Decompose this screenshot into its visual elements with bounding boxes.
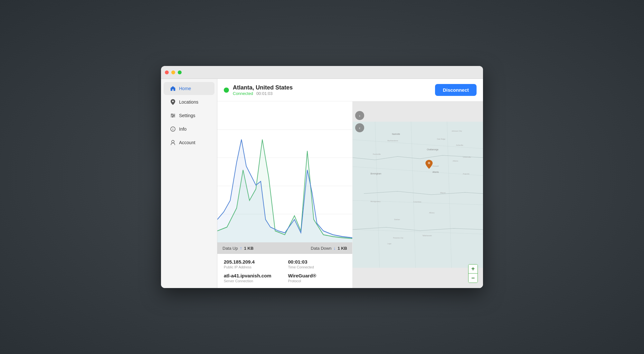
svg-point-44	[428, 162, 430, 164]
sidebar-item-locations[interactable]: Locations	[164, 96, 214, 108]
home-icon	[170, 86, 176, 91]
upload-arrow-icon: ↑	[240, 246, 242, 251]
traffic-lights	[165, 70, 182, 74]
svg-marker-14	[217, 139, 352, 242]
svg-text:Birmingham: Birmingham	[371, 172, 381, 175]
info-circle-icon: i	[170, 126, 176, 132]
status-indicator	[224, 88, 229, 93]
locations-label: Locations	[179, 99, 198, 105]
protocol-value: WireGuard®	[288, 273, 346, 278]
time-connected-value: 00:01:03	[288, 259, 346, 265]
content-area: Atlanta, United States Connected 00:01:0…	[217, 79, 483, 288]
data-down-value: 1 KB	[337, 246, 347, 251]
svg-text:Johnson City: Johnson City	[451, 130, 462, 132]
map-next-button[interactable]: ›	[355, 111, 364, 120]
map-zoom-controls: + −	[468, 264, 478, 283]
ip-address-value: 205.185.209.4	[224, 259, 282, 265]
svg-text:Asheville: Asheville	[456, 144, 463, 146]
svg-text:Chattanooga: Chattanooga	[427, 148, 438, 151]
svg-text:Nashville: Nashville	[392, 133, 400, 135]
sidebar-item-settings[interactable]: Settings	[164, 109, 214, 122]
person-icon	[170, 140, 176, 145]
home-label: Home	[179, 86, 191, 91]
svg-rect-15	[353, 122, 483, 268]
protocol-label: Protocol	[288, 279, 346, 283]
svg-text:Dothan: Dothan	[394, 219, 400, 220]
svg-text:Augusta: Augusta	[463, 173, 469, 175]
svg-text:Murfreesboro: Murfreesboro	[387, 140, 398, 142]
sidebar-item-home[interactable]: Home	[164, 82, 214, 95]
connection-details: 205.185.209.4 Public IP Address 00:01:03…	[217, 254, 352, 288]
chart-panel: Data Up ↑ 1 KB Data Down ↓ 1 KB	[217, 101, 353, 288]
connection-text: Atlanta, United States Connected 00:01:0…	[233, 84, 293, 96]
disconnect-button[interactable]: Disconnect	[435, 84, 477, 96]
svg-text:Panama City: Panama City	[393, 237, 403, 239]
svg-text:Greenville: Greenville	[463, 156, 471, 158]
protocol-item: WireGuard® Protocol	[288, 273, 346, 283]
svg-text:Huntsville: Huntsville	[373, 153, 381, 155]
traffic-chart	[217, 101, 352, 242]
zoom-in-button[interactable]: +	[469, 265, 478, 274]
svg-text:Macon: Macon	[440, 192, 446, 194]
data-up-item: Data Up ↑ 1 KB	[223, 246, 253, 251]
svg-text:i: i	[173, 128, 174, 131]
location-name: Atlanta, United States	[233, 84, 293, 91]
download-arrow-icon: ↓	[333, 246, 336, 251]
server-value: atl-a41.ipvanish.com	[224, 273, 282, 278]
map-svg: Nashville Murfreesboro Johnson City Oak …	[353, 101, 483, 288]
sidebar: Home Locations	[161, 79, 217, 288]
map-panel: Nashville Murfreesboro Johnson City Oak …	[353, 101, 483, 288]
minimize-button[interactable]	[171, 70, 175, 74]
info-label: Info	[179, 126, 186, 132]
data-up-value: 1 KB	[244, 246, 254, 251]
sliders-icon	[170, 113, 176, 118]
svg-text:Tallahassee: Tallahassee	[422, 235, 431, 237]
svg-point-8	[172, 140, 174, 143]
data-down-item: Data Down ↓ 1 KB	[311, 246, 347, 251]
zoom-out-button[interactable]: −	[469, 274, 478, 283]
server-label: Server Connection	[224, 279, 282, 283]
dashboard: Data Up ↑ 1 KB Data Down ↓ 1 KB	[217, 101, 483, 288]
connection-timer: 00:01:03	[256, 91, 273, 96]
svg-text:Montgomery: Montgomery	[371, 200, 381, 202]
svg-text:Atlanta: Atlanta	[432, 171, 439, 173]
close-button[interactable]	[165, 70, 169, 74]
svg-text:Oak Ridge: Oak Ridge	[437, 138, 445, 140]
ip-address-item: 205.185.209.4 Public IP Address	[224, 259, 282, 269]
svg-text:Albany: Albany	[429, 212, 434, 214]
svg-text:Legal: Legal	[387, 243, 391, 245]
account-label: Account	[179, 140, 195, 145]
main-area: Home Locations	[161, 79, 483, 288]
svg-text:Athens: Athens	[453, 160, 459, 162]
connection-status: Connected 00:01:03	[233, 91, 293, 96]
connection-header: Atlanta, United States Connected 00:01:0…	[217, 79, 483, 101]
location-pin-icon	[170, 99, 176, 105]
svg-point-3	[171, 114, 173, 115]
svg-point-4	[173, 115, 175, 116]
data-stats-bar: Data Up ↑ 1 KB Data Down ↓ 1 KB	[217, 242, 352, 254]
sidebar-item-account[interactable]: Account	[164, 136, 214, 149]
chart-area	[217, 101, 352, 242]
data-down-label: Data Down	[311, 246, 331, 251]
ip-address-label: Public IP Address	[224, 265, 282, 269]
svg-point-5	[172, 116, 173, 117]
svg-text:Roswell: Roswell	[432, 165, 439, 167]
settings-label: Settings	[179, 113, 195, 118]
map-prev-button[interactable]: ‹	[355, 123, 364, 132]
titlebar	[161, 66, 483, 79]
connected-status: Connected	[233, 91, 253, 96]
data-up-label: Data Up	[223, 246, 238, 251]
app-window: Home Locations	[161, 66, 483, 288]
connection-info: Atlanta, United States Connected 00:01:0…	[224, 84, 293, 96]
server-item: atl-a41.ipvanish.com Server Connection	[224, 273, 282, 283]
time-connected-label: Time Connected	[288, 265, 346, 269]
svg-text:Columbus: Columbus	[413, 201, 421, 203]
time-connected-item: 00:01:03 Time Connected	[288, 259, 346, 269]
sidebar-item-info[interactable]: i Info	[164, 123, 214, 135]
maximize-button[interactable]	[178, 70, 182, 74]
